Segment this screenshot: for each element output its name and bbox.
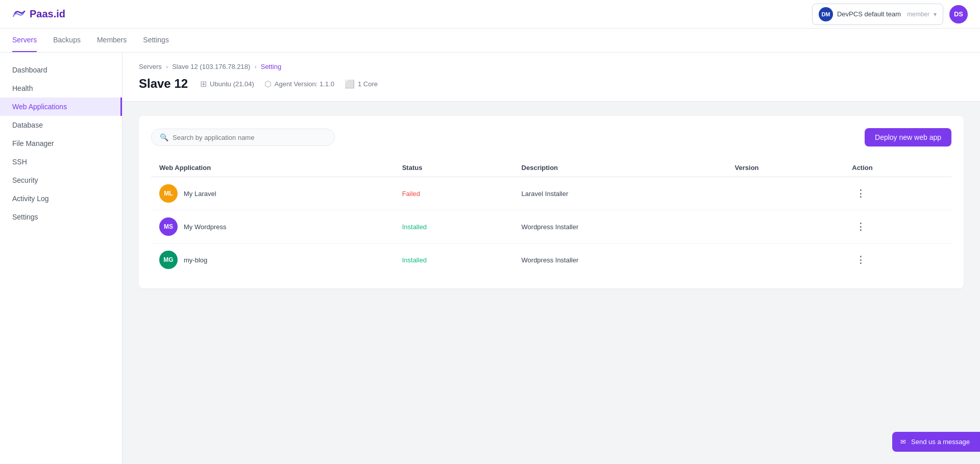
- cell-status: Failed: [394, 177, 513, 210]
- nav-item-members[interactable]: Members: [97, 29, 127, 52]
- team-selector[interactable]: DM DevPCS default team member ▾: [812, 4, 943, 25]
- breadcrumb-sep-1: ›: [166, 63, 168, 70]
- chevron-down-icon: ▾: [934, 11, 937, 18]
- col-web-application: Web Application: [151, 159, 394, 177]
- server-meta: ⊞ Ubuntu (21.04) ⬡ Agent Version: 1.1.0 …: [200, 79, 378, 89]
- cell-description: Laravel Installer: [513, 177, 727, 210]
- sidebar-item-security[interactable]: Security: [0, 171, 122, 189]
- cell-action: ⋮: [844, 243, 951, 277]
- server-agent: ⬡ Agent Version: 1.1.0: [264, 79, 334, 89]
- sidebar-item-file-manager[interactable]: File Manager: [0, 134, 122, 153]
- server-cores-label: 1 Core: [358, 80, 378, 88]
- row-action-button[interactable]: ⋮: [852, 252, 869, 267]
- cell-status: Installed: [394, 243, 513, 277]
- server-header: Servers › Slave 12 (103.176.78.218) › Se…: [122, 53, 980, 102]
- cell-app-name: ML My Laravel: [151, 177, 394, 210]
- cell-version: [727, 243, 844, 277]
- sidebar-item-database[interactable]: Database: [0, 116, 122, 134]
- layers-icon: ⊞: [200, 79, 207, 89]
- message-icon: ✉: [900, 438, 906, 446]
- app-avatar: MG: [159, 251, 178, 269]
- send-message-widget[interactable]: ✉ Send us a message: [892, 432, 980, 452]
- server-os: ⊞ Ubuntu (21.04): [200, 79, 254, 89]
- search-box[interactable]: 🔍: [151, 129, 335, 146]
- app-avatar: ML: [159, 184, 178, 203]
- status-badge: Failed: [402, 190, 420, 198]
- main-nav: Servers Backups Members Settings: [0, 29, 980, 53]
- cell-description: Wordpress Installer: [513, 243, 727, 277]
- breadcrumb-slave[interactable]: Slave 12 (103.176.78.218): [172, 63, 250, 70]
- sidebar: Dashboard Health Web Applications Databa…: [0, 53, 122, 464]
- server-cores: ⬜ 1 Core: [345, 79, 378, 89]
- breadcrumb-sep-2: ›: [254, 63, 256, 70]
- layout: Dashboard Health Web Applications Databa…: [0, 53, 980, 464]
- status-badge: Installed: [402, 223, 427, 231]
- server-os-label: Ubuntu (21.04): [210, 80, 254, 88]
- table-header-row: Web Application Status Description Versi…: [151, 159, 951, 177]
- user-avatar[interactable]: DS: [949, 5, 968, 23]
- send-message-label: Send us a message: [911, 438, 970, 446]
- table-head: Web Application Status Description Versi…: [151, 159, 951, 177]
- sidebar-item-health[interactable]: Health: [0, 79, 122, 97]
- nav-item-backups[interactable]: Backups: [53, 29, 81, 52]
- brand-name: Paas.id: [30, 8, 65, 20]
- col-action: Action: [844, 159, 951, 177]
- row-action-button[interactable]: ⋮: [852, 186, 869, 201]
- col-version: Version: [727, 159, 844, 177]
- table-row: MG my-blog Installed Wordpress Installer…: [151, 243, 951, 277]
- app-name: My Wordpress: [184, 223, 227, 231]
- header-right: DM DevPCS default team member ▾ DS: [812, 4, 968, 25]
- content-area: 🔍 Deploy new web app Web Application Sta…: [122, 102, 980, 303]
- nav-item-servers[interactable]: Servers: [12, 29, 37, 52]
- cell-status: Installed: [394, 210, 513, 243]
- apps-table: Web Application Status Description Versi…: [151, 159, 951, 276]
- sidebar-item-web-applications[interactable]: Web Applications: [0, 97, 122, 116]
- nav-item-settings[interactable]: Settings: [143, 29, 169, 52]
- server-agent-label: Agent Version: 1.1.0: [275, 80, 334, 88]
- table-row: ML My Laravel Failed Laravel Installer ⋮: [151, 177, 951, 210]
- main-content: Servers › Slave 12 (103.176.78.218) › Se…: [122, 53, 980, 464]
- cpu-icon: ⬜: [345, 79, 355, 89]
- sidebar-item-activity-log[interactable]: Activity Log: [0, 189, 122, 208]
- header: Paas.id DM DevPCS default team member ▾ …: [0, 0, 980, 29]
- team-name: DevPCS default team: [837, 10, 901, 18]
- team-avatar: DM: [819, 7, 833, 21]
- team-role: member: [907, 11, 929, 18]
- app-name: my-blog: [184, 256, 207, 264]
- sidebar-item-ssh[interactable]: SSH: [0, 153, 122, 171]
- sidebar-item-settings[interactable]: Settings: [0, 208, 122, 226]
- cell-action: ⋮: [844, 210, 951, 243]
- col-description: Description: [513, 159, 727, 177]
- cell-version: [727, 210, 844, 243]
- sidebar-item-dashboard[interactable]: Dashboard: [0, 61, 122, 79]
- table-row: MS My Wordpress Installed Wordpress Inst…: [151, 210, 951, 243]
- cell-app-name: MS My Wordpress: [151, 210, 394, 243]
- server-title-row: Slave 12 ⊞ Ubuntu (21.04) ⬡ Agent Versio…: [139, 77, 964, 91]
- row-action-button[interactable]: ⋮: [852, 219, 869, 234]
- deploy-button[interactable]: Deploy new web app: [865, 128, 951, 146]
- agent-icon: ⬡: [264, 79, 272, 89]
- cell-description: Wordpress Installer: [513, 210, 727, 243]
- app-avatar: MS: [159, 217, 178, 236]
- logo: Paas.id: [12, 8, 65, 20]
- cell-app-name: MG my-blog: [151, 243, 394, 277]
- cell-action: ⋮: [844, 177, 951, 210]
- logo-icon: [12, 9, 27, 19]
- breadcrumb: Servers › Slave 12 (103.176.78.218) › Se…: [139, 63, 964, 70]
- app-name: My Laravel: [184, 190, 216, 198]
- content-card: 🔍 Deploy new web app Web Application Sta…: [139, 116, 964, 288]
- table-body: ML My Laravel Failed Laravel Installer ⋮…: [151, 177, 951, 277]
- breadcrumb-servers[interactable]: Servers: [139, 63, 162, 70]
- search-icon: 🔍: [160, 133, 168, 141]
- breadcrumb-current: Setting: [261, 63, 281, 70]
- status-badge: Installed: [402, 256, 427, 264]
- search-input[interactable]: [173, 134, 326, 141]
- col-status: Status: [394, 159, 513, 177]
- toolbar: 🔍 Deploy new web app: [151, 128, 951, 146]
- server-title: Slave 12: [139, 77, 188, 91]
- cell-version: [727, 177, 844, 210]
